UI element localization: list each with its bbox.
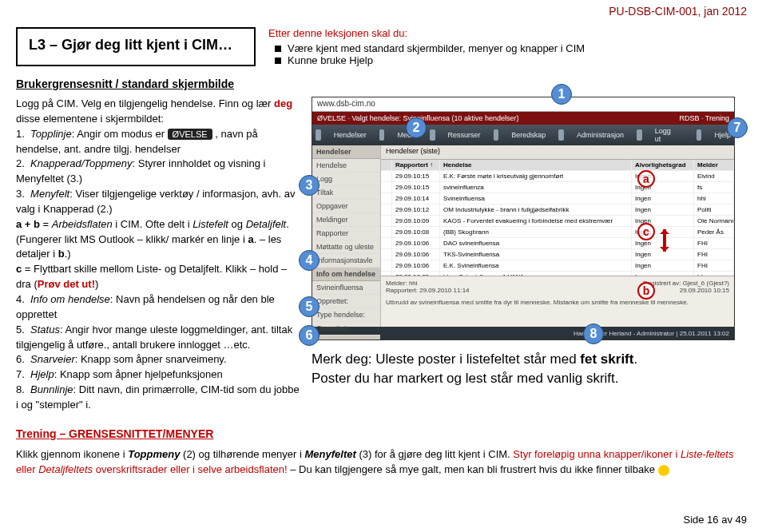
table-row[interactable]: 29.09.10:08(BB) SkogbrannIngenPeder Ås	[381, 227, 734, 238]
list-table: Rapportert ↑ Hendelse Alvorlighetsgrad M…	[381, 160, 734, 276]
side-item[interactable]: Tiltak	[312, 186, 380, 200]
menu-icon[interactable]	[494, 129, 499, 141]
menu-icon[interactable]	[430, 129, 435, 141]
info-head: Info om hendelse	[312, 268, 380, 281]
info-row: Opprettet:	[312, 295, 380, 308]
menu-item[interactable]: Administrasjon	[577, 131, 624, 139]
note-text: Merk deg: Uleste poster i listefeltet st…	[312, 350, 750, 388]
url-bar: www.dsb-cim.no	[312, 97, 734, 112]
main-columns: Logg på CIM. Velg en tilgjengelig hendel…	[16, 97, 750, 413]
table-row[interactable]: 29.09.10:06DAO svineinfluensaIngenFHI	[381, 238, 734, 249]
callout-7: 7	[727, 117, 748, 138]
top-menu[interactable]: Hendelser Media Ressurser Beredskap Admi…	[312, 125, 734, 145]
callout-5: 5	[299, 296, 319, 317]
side-head: Hendelser	[312, 145, 380, 159]
table-row[interactable]: 29.09.10:06E.K. SvineinfluensaIngenFHI	[381, 260, 734, 272]
menu-icon[interactable]	[558, 129, 564, 141]
menu-icon[interactable]	[379, 129, 385, 141]
callout-8: 8	[583, 324, 604, 344]
detail-body: Utbrudd av svineinfluensa med smitte fra…	[386, 299, 729, 306]
menu-item[interactable]: Beredskap	[511, 131, 546, 139]
left-text: Logg på CIM. Velg en tilgjengelig hendel…	[16, 97, 304, 413]
menu-item[interactable]: Hendelser	[334, 131, 367, 139]
side-item[interactable]: Meldinger	[312, 213, 380, 227]
callout-1: 1	[551, 84, 572, 105]
right-pane: 1 2 3 4 5 6 7 8 a b c www.dsb-cim.no ØVE…	[312, 97, 750, 413]
side-item[interactable]: Rapporter	[312, 227, 380, 240]
side-item[interactable]: Oppgaver	[312, 200, 380, 213]
callout-b: b	[637, 282, 655, 300]
side-item[interactable]: Møttatte og uleste	[312, 240, 380, 254]
callout-2: 2	[406, 117, 427, 138]
side-menu: Hendelser Hendelse Logg Tiltak Oppgaver …	[312, 145, 381, 327]
lesson-goals-head: Etter denne leksjonen skal du:	[268, 27, 750, 39]
menu-item[interactable]: Logg ut	[655, 127, 671, 143]
detail-melder: Melder: hhi	[386, 280, 470, 287]
help-icon[interactable]	[697, 129, 702, 141]
lesson-goal-item: Kunne bruke Hjelp	[268, 54, 750, 66]
red-arrow-c	[663, 229, 666, 252]
lesson-goals: Etter denne leksjonen skal du: Være kjen…	[268, 27, 750, 66]
table-header[interactable]: Rapportert ↑ Hendelse Alvorlighetsgrad M…	[381, 160, 734, 171]
table-row[interactable]: 29.09.10:06TKS-SvineinfluensaIngenFHI	[381, 249, 734, 260]
side-item[interactable]: Logg	[312, 173, 380, 186]
callout-6: 6	[299, 325, 319, 346]
side-item[interactable]: Hendelse	[312, 159, 380, 173]
callout-3: 3	[299, 175, 319, 196]
table-row[interactable]: 29.09.10:14SvineinfluensaIngenhhi	[381, 193, 734, 204]
top-row: L3 – Gjør deg litt kjent i CIM… Etter de…	[16, 27, 750, 66]
side-item[interactable]: Informasjonstavle	[312, 254, 380, 268]
callout-c: c	[637, 223, 655, 240]
lesson-goal-item: Være kjent med standard skjermbilder, me…	[268, 42, 750, 54]
table-row[interactable]: 29.09.10:09KAOS - Forventet evakuering i…	[381, 216, 734, 227]
table-row[interactable]: 29.09.10:15svineinfluenzaIngenfs	[381, 182, 734, 193]
menu-item[interactable]: Ressurser	[448, 131, 481, 139]
info-row: Type hendelse:	[312, 308, 380, 322]
document-id: PU-DSB-CIM-001, jan 2012	[609, 5, 747, 18]
org-label: RDSB · Trening	[679, 114, 729, 122]
table-row[interactable]: 29.09.10:12OM Industriulykke - brann i f…	[381, 204, 734, 216]
detail-pane: Melder: hhi Rapportert: 29.09.2010 11:14…	[381, 276, 734, 327]
list-tabs[interactable]: Hendelser (siste)	[381, 145, 734, 160]
lesson-title-box: L3 – Gjør deg litt kjent i CIM…	[16, 27, 256, 66]
menu-icon[interactable]	[316, 129, 321, 141]
training-body: Klikk gjennom ikonene i Toppmeny (2) og …	[16, 447, 750, 478]
lesson-title: L3 – Gjør deg litt kjent i CIM…	[29, 37, 243, 54]
callout-a: a	[637, 170, 655, 188]
section-heading: Brukergrensesnitt / standard skjermbilde	[16, 77, 750, 90]
cim-screenshot: www.dsb-cim.no ØVELSE · Valgt hendelse: …	[312, 97, 735, 340]
work-area: Hendelser (siste) Rapportert ↑ Hendelse …	[381, 145, 734, 327]
detail-registered: Registrert av: Gjest_6 (Gjest?) 29.09.20…	[643, 280, 729, 294]
left-body: Logg på CIM. Velg en tilgjengelig hendel…	[16, 97, 304, 413]
status-head: Status	[312, 335, 380, 340]
training-heading: Trening – GRENSESNITTET/MENYER	[16, 427, 750, 440]
ss-body: Hendelser Hendelse Logg Tiltak Oppgaver …	[312, 145, 734, 327]
info-row: Opprettet:	[312, 322, 380, 335]
detail-rapportert: Rapportert: 29.09.2010 11:14	[386, 287, 470, 294]
page-number: Side 16 av 49	[683, 514, 747, 526]
info-row: Svineinfluensa	[312, 281, 380, 295]
menu-icon[interactable]	[637, 129, 642, 141]
top-bar: ØVELSE · Valgt hendelse: Svineinfluensa …	[312, 112, 734, 125]
table-row[interactable]: 29.09.10:15E.K: Første møte i kriseutval…	[381, 171, 734, 182]
callout-4: 4	[299, 250, 319, 271]
